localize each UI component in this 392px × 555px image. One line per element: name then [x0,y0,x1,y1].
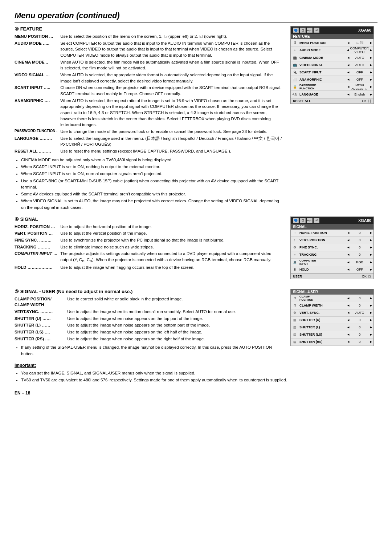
desc-reset-all: Use to reset the menu settings (except I… [60,148,283,155]
desc-video-signal: When AUTO is selected, the appropriate v… [60,72,283,84]
list-item: Some AV devices equipped with the SCART … [21,191,283,197]
signal-panel-subheader: SIGNAL [291,224,373,230]
list-item: When SCART INPUT is set to ON, nothing i… [21,164,283,170]
feature-label: FEATURE [20,26,42,32]
footer-ok: OK [□] [362,99,371,103]
panel-row-vert-sync: ⚙ VERT. SYNC. ◄ AUTO ► [291,309,373,317]
panel-icon-opt: opt. [307,28,313,33]
feature-panel-subheader: FEATURE [291,34,373,39]
table-row: VIDEO SIGNAL … When AUTO is selected, th… [15,72,283,84]
row-value-vert-sync: AUTO [351,311,369,315]
desc-cinema-mode: When AUTO is selected, the film mode wil… [60,59,283,72]
row-arrow-right: ► [369,304,373,307]
signal-panel-header: 🔵 ◻ opt. ↩ XGA60 [291,217,373,224]
desc-vert: Use to adjust the vertical position of t… [60,230,283,237]
row-label-vert-sync: VERT. SYNC. [299,311,346,315]
row-arrow-right: ► [369,253,373,256]
row-value-anamorphic: OFF [351,78,369,81]
signal-panel-footer: USER OK [□] [291,274,373,279]
feature-section: ③ FEATURE MENU POSITION … Use to select … [15,26,377,213]
feature-bullets: CINEMA MODE can be adjusted only when a … [21,157,283,211]
panel-row-menu-position: 🎛 MENU POSITION ◄ 1. □ ► [291,39,373,46]
term-hold: HOLD ……………… [15,264,60,271]
row-icon-scart: 🔌 [291,70,299,74]
list-item: Use a SCART-BNC (or SCART-Mini D-SUB 15P… [21,178,283,191]
table-row: ANAMORPHIC …. When AUTO is selected, the… [15,97,283,128]
row-value-shutter-u: 0 [351,318,369,322]
row-arrow-right: ► [369,56,373,60]
row-label-menu-pos: MENU POSITION [299,41,346,45]
page-title: Menu operation (continued) [15,11,377,23]
row-value-audio: COMPUTERVIDEO [350,46,369,54]
row-arrow-right: ► [369,41,373,45]
row-icon-horiz: ↔ [291,231,299,235]
signal-footer-label: USER [293,275,362,278]
panel-header-icons: 🔵 ◻ opt. ↩ [293,28,319,33]
table-row: RESET ALL ……… Use to reset the menu sett… [15,148,283,155]
row-value-language: English [351,93,369,96]
list-item: You can set the IMAGE, SIGNAL, and SIGNA… [21,370,377,376]
row-label-password: PASSWORDFUNCTION [299,83,346,90]
row-value-shutter-rs: 0 [351,340,369,344]
signal-user-left: ⑤ SIGNAL - USER (No need to adjust in no… [15,289,283,359]
term-menu-position: MENU POSITION … [15,33,60,40]
row-arrow-left: ◄ [346,93,351,96]
desc-fine-sync: Use to synchronize the projector with th… [60,237,283,244]
panel-row-language: Aあ LANGUAGE ◄ English ► [291,91,373,98]
term-shutter-ls: SHUTTER (LS) …. [15,329,67,336]
row-arrow-right: ► [369,48,373,52]
desc-comp-input: The projector adjusts its settings autom… [60,250,283,264]
table-row: SCART INPUT ….. Choose ON when connectin… [15,84,283,97]
desc-horiz: Use to adjust the horizontal position of… [60,223,283,230]
desc-language: Use to select the language used in the m… [60,135,283,148]
row-value-shutter-l: 0 [351,325,369,329]
row-value-fine: 0 [351,246,369,249]
signal-desc-table: HORIZ. POSITION … Use to adjust the hori… [15,223,283,271]
table-row: PASSWORD FUNCTION . Use to change the mo… [15,128,283,135]
row-arrow-right: ► [369,318,373,322]
signal-panel-col: 🔵 ◻ opt. ↩ XGA60 SIGNAL ↔ HORIZ. POSITIO… [290,216,377,285]
row-arrow-right: ► [369,296,373,300]
term-clamp: CLAMP POSITION/CLAMP WIDTH [15,296,67,308]
row-icon-shutter-ls: ▤ [291,333,299,336]
row-arrow-left: ◄ [346,325,351,329]
list-item: TV60 and TV50 are equivalent to 480i and… [21,377,377,383]
row-value-shutter-ls: 0 [351,333,369,336]
row-arrow-left: ◄ [346,231,351,235]
feature-panel-title: XGA60 [358,28,371,32]
table-row: LANGUAGE ……… Use to select the language … [15,135,283,148]
row-value-menu-pos: 1. □ [351,41,369,45]
signal-user-label: SIGNAL - USER (No need to adjust in norm… [20,289,133,294]
row-arrow-left: ◄ [346,70,351,74]
panel-row-cinema-mode: 🎬 CINEMA MODE ◄ AUTO ► [291,54,373,61]
table-row: CLAMP POSITION/CLAMP WIDTH Use to correc… [15,296,283,308]
signal-footer-ok: OK [□] [362,275,371,278]
row-icon-shutter-rs: ▤ [291,340,299,344]
table-row: SHUTTER (L) …… Use to adjust the image w… [15,322,283,329]
row-label-vert: VERT. POSITION [299,238,346,242]
row-icon-shutter-l: ▤ [291,325,299,329]
term-vert-sync: VERT.SYNC. ……… [15,308,67,315]
row-label-tracking: TRACKING [299,252,346,257]
page-footer: EN – 18 [15,390,377,396]
row-label-language: LANGUAGE [299,92,346,97]
desc-shutter-rs: Use to adjust the image when noise appea… [67,336,283,343]
row-arrow-left: ◄ [346,56,351,60]
row-icon-shutter-u: ▤ [291,318,299,322]
signal-header: ④ SIGNAL [15,216,283,222]
signal-label: SIGNAL [20,216,38,222]
panel-icon-1: 🔵 [293,28,299,33]
row-label-anamorphic: ANAMORPHIC [299,77,346,82]
row-arrow-left: ◄ [346,85,351,89]
table-row: HORIZ. POSITION … Use to adjust the hori… [15,223,283,230]
row-arrow-left: ◄ [346,253,351,256]
important-section: Important: You can set the IMAGE, SIGNAL… [15,363,377,384]
signal-user-number: ⑤ [15,289,19,294]
desc-clamp: Use to correct solid white or solid blac… [67,296,283,308]
desc-menu-position: Use to select the position of the menu o… [60,33,283,40]
term-horiz: HORIZ. POSITION … [15,223,60,230]
row-label-shutter-rs: SHUTTER (RS) [299,340,346,344]
signal-user-header: ⑤ SIGNAL - USER (No need to adjust in no… [15,289,283,294]
table-row: COMPUTER INPUT … The projector adjusts i… [15,250,283,264]
row-arrow-right: ► [369,325,373,329]
